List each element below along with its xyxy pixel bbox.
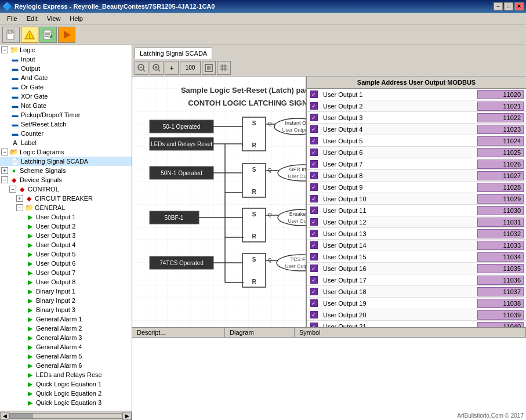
modbus-address-value[interactable]: 11026 bbox=[477, 160, 524, 169]
sidebar-item-and-gate[interactable]: ▬ And Gate bbox=[0, 73, 132, 82]
modbus-address-value[interactable]: 11023 bbox=[477, 125, 524, 134]
modbus-address-value[interactable]: 11038 bbox=[477, 299, 524, 308]
modbus-address-value[interactable]: 11035 bbox=[477, 264, 524, 273]
modbus-checkbox[interactable]: ✓ bbox=[307, 137, 321, 144]
sidebar-item-ga5[interactable]: ▶ General Alarm 5 bbox=[0, 352, 132, 361]
menu-file[interactable]: File bbox=[2, 14, 22, 23]
modbus-checkbox[interactable]: ✓ bbox=[307, 172, 321, 179]
sidebar-item-ga6[interactable]: ▶ General Alarm 6 bbox=[0, 361, 132, 370]
sidebar-item-uo6[interactable]: ▶ User Output 6 bbox=[0, 259, 132, 268]
modbus-address-value[interactable]: 11030 bbox=[477, 206, 524, 215]
sidebar-item-ga3[interactable]: ▶ General Alarm 3 bbox=[0, 333, 132, 342]
sidebar-item-scheme-signals[interactable]: + ● Scheme Signals bbox=[0, 166, 132, 175]
sidebar-item-output[interactable]: ▬ Output bbox=[0, 64, 132, 73]
expand-scheme[interactable]: + bbox=[1, 167, 8, 174]
zoom-level[interactable]: 100 bbox=[180, 61, 201, 75]
sidebar-item-uo1[interactable]: ▶ User Output 1 bbox=[0, 212, 132, 222]
sidebar-item-uo3[interactable]: ▶ User Output 3 bbox=[0, 231, 132, 240]
sidebar-item-counter[interactable]: ▬ Counter bbox=[0, 129, 132, 138]
close-button[interactable]: ✕ bbox=[514, 2, 524, 10]
sidebar-item-logic-diagrams[interactable]: − 📂 Logic Diagrams bbox=[0, 147, 132, 157]
sidebar-item-logic[interactable]: − 📁 Logic bbox=[0, 45, 132, 55]
toolbar-new[interactable] bbox=[2, 27, 20, 43]
sidebar-item-latching-signal[interactable]: 📄 Latching Signal SCADA bbox=[0, 157, 132, 166]
sidebar-item-ga4[interactable]: ▶ General Alarm 4 bbox=[0, 342, 132, 352]
sidebar-item-uo8[interactable]: ▶ User Output 8 bbox=[0, 277, 132, 287]
modbus-checkbox[interactable]: ✓ bbox=[307, 241, 321, 249]
modbus-checkbox[interactable]: ✓ bbox=[307, 114, 321, 121]
sidebar-item-label[interactable]: A Label bbox=[0, 138, 132, 147]
modbus-address-value[interactable]: 11036 bbox=[477, 276, 524, 285]
sidebar-item-qle3[interactable]: ▶ Quick Logic Equation 3 bbox=[0, 398, 132, 407]
sidebar-item-pickup-timer[interactable]: ▬ Pickup/Dropoff Timer bbox=[0, 110, 132, 120]
modbus-address-value[interactable]: 11032 bbox=[477, 229, 524, 238]
add-btn[interactable]: + bbox=[165, 61, 179, 75]
sidebar-item-not-gate[interactable]: ▬ Not Gate bbox=[0, 101, 132, 110]
sidebar-item-device-signals[interactable]: − ◆ Device Signals bbox=[0, 175, 132, 184]
modbus-checkbox[interactable]: ✓ bbox=[307, 149, 321, 156]
minimize-button[interactable]: − bbox=[494, 2, 503, 10]
sidebar-item-ga1[interactable]: ▶ General Alarm 1 bbox=[0, 314, 132, 324]
sidebar-item-leds[interactable]: ▶ LEDs and Relays Rese bbox=[0, 370, 132, 379]
modbus-address-value[interactable]: 11027 bbox=[477, 171, 524, 180]
sidebar-item-qle1[interactable]: ▶ Quick Logic Equation 1 bbox=[0, 379, 132, 389]
modbus-checkbox[interactable]: ✓ bbox=[307, 207, 321, 214]
modbus-checkbox[interactable]: ✓ bbox=[307, 218, 321, 226]
modbus-address-value[interactable]: 11028 bbox=[477, 183, 524, 192]
bottom-content[interactable] bbox=[132, 338, 526, 420]
maximize-button[interactable]: □ bbox=[504, 2, 513, 10]
modbus-checkbox[interactable]: ✓ bbox=[307, 288, 321, 295]
modbus-address-value[interactable]: 11029 bbox=[477, 194, 524, 204]
zoom-out-btn[interactable] bbox=[135, 61, 148, 75]
modbus-table[interactable]: ✓ User Output 1 11020 ✓ User Output 2 11… bbox=[307, 89, 526, 327]
scroll-right-btn[interactable]: ▶ bbox=[122, 412, 132, 420]
sidebar-item-uo2[interactable]: ▶ User Output 2 bbox=[0, 222, 132, 231]
fit-btn[interactable] bbox=[202, 61, 216, 75]
modbus-address-value[interactable]: 11025 bbox=[477, 148, 524, 157]
modbus-checkbox[interactable]: ✓ bbox=[307, 195, 321, 202]
expand-logic-diagrams[interactable]: − bbox=[1, 149, 8, 155]
sidebar-item-bi2[interactable]: ▶ Binary Input 2 bbox=[0, 296, 132, 305]
modbus-checkbox[interactable]: ✓ bbox=[307, 90, 321, 98]
modbus-address-value[interactable]: 11039 bbox=[477, 310, 524, 320]
modbus-checkbox[interactable]: ✓ bbox=[307, 276, 321, 284]
modbus-address-value[interactable]: 11037 bbox=[477, 287, 524, 296]
modbus-checkbox[interactable]: ✓ bbox=[307, 102, 321, 110]
modbus-checkbox[interactable]: ✓ bbox=[307, 299, 321, 307]
sidebar-item-uo5[interactable]: ▶ User Output 5 bbox=[0, 249, 132, 259]
modbus-checkbox[interactable]: ✓ bbox=[307, 230, 321, 237]
sidebar-item-set-reset[interactable]: ▬ Set/Reset Latch bbox=[0, 120, 132, 129]
toolbar-run[interactable] bbox=[58, 27, 75, 43]
sidebar-item-xor-gate[interactable]: ▬ XOr Gate bbox=[0, 92, 132, 101]
expand-circuit[interactable]: + bbox=[16, 195, 23, 202]
expand-general[interactable]: − bbox=[16, 204, 23, 211]
sidebar-item-or-gate[interactable]: ▬ Or Gate bbox=[0, 82, 132, 92]
menu-view[interactable]: View bbox=[42, 14, 66, 23]
modbus-address-value[interactable]: 11021 bbox=[477, 102, 524, 111]
zoom-in-btn[interactable] bbox=[150, 61, 164, 75]
modbus-checkbox[interactable]: ✓ bbox=[307, 311, 321, 318]
sidebar-item-bi3[interactable]: ▶ Binary Input 3 bbox=[0, 305, 132, 314]
modbus-checkbox[interactable]: ✓ bbox=[307, 323, 321, 327]
sidebar-item-control[interactable]: − ◆ CONTROL bbox=[0, 184, 132, 194]
sidebar-item-uo4[interactable]: ▶ User Output 4 bbox=[0, 240, 132, 249]
sidebar-scroll[interactable]: − 📁 Logic ▬ Input ▬ Output ▬ And Gate ▬ … bbox=[0, 45, 132, 411]
grid-btn[interactable] bbox=[217, 61, 231, 75]
modbus-address-value[interactable]: 11024 bbox=[477, 136, 524, 146]
toolbar-edit[interactable] bbox=[39, 27, 57, 43]
menu-edit[interactable]: Edit bbox=[22, 14, 42, 23]
modbus-checkbox[interactable]: ✓ bbox=[307, 253, 321, 260]
menu-help[interactable]: Help bbox=[65, 14, 88, 23]
sidebar-item-circuit-breaker[interactable]: + ◆ CIRCUIT BREAKER bbox=[0, 194, 132, 203]
sidebar-item-qle2[interactable]: ▶ Quick Logic Equation 2 bbox=[0, 389, 132, 398]
modbus-checkbox[interactable]: ✓ bbox=[307, 183, 321, 191]
sidebar-item-general[interactable]: − 📁 GENERAL bbox=[0, 203, 132, 212]
modbus-address-value[interactable]: 11034 bbox=[477, 252, 524, 262]
expand-device[interactable]: − bbox=[1, 176, 8, 183]
expand-control[interactable]: − bbox=[9, 186, 16, 193]
modbus-address-value[interactable]: 11040 bbox=[477, 322, 524, 328]
sidebar-hscroll[interactable] bbox=[9, 413, 122, 419]
toolbar-warning[interactable]: ! bbox=[21, 27, 38, 43]
sidebar-item-bi1[interactable]: ▶ Binary Input 1 bbox=[0, 287, 132, 296]
sidebar-item-ga2[interactable]: ▶ General Alarm 2 bbox=[0, 324, 132, 333]
